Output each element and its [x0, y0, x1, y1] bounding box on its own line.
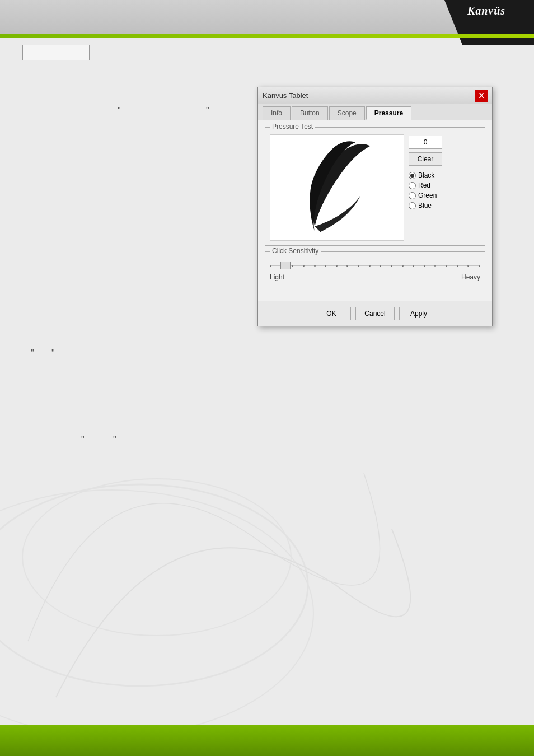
pressure-drawing-svg: [270, 135, 404, 240]
dialog-close-button[interactable]: X: [475, 90, 488, 102]
pressure-test-label: Pressure Test: [270, 123, 315, 130]
tab-scope[interactable]: Scope: [329, 106, 365, 120]
logo-text: Kanvüs: [467, 4, 505, 17]
green-accent-bar: [0, 34, 534, 38]
slider-label-heavy: Heavy: [461, 273, 480, 281]
label-box: [22, 45, 90, 60]
kanvus-tablet-dialog: Kanvus Tablet X Info Button Scope Pressu…: [257, 87, 493, 326]
green-bottom-bar: [0, 725, 534, 756]
apply-button[interactable]: Apply: [399, 307, 438, 320]
sensitivity-slider-container: Light Heavy: [270, 258, 480, 283]
tab-button[interactable]: Button: [292, 106, 328, 120]
slider-label-light: Light: [270, 273, 284, 281]
tab-info[interactable]: Info: [263, 106, 291, 120]
pressure-value-display: 0: [409, 136, 442, 149]
radio-circle-green: [409, 192, 416, 199]
radio-green[interactable]: Green: [409, 192, 437, 199]
click-sensitivity-label: Click Sensitivity: [270, 247, 321, 255]
pressure-test-canvas[interactable]: [270, 134, 404, 241]
pressure-content: 0 Clear Black Red Green: [270, 134, 480, 241]
color-radio-group: Black Red Green Blue: [409, 171, 437, 209]
radio-red[interactable]: Red: [409, 181, 437, 189]
quote-open-3: ": [81, 433, 85, 447]
radio-black[interactable]: Black: [409, 171, 437, 179]
dialog-footer: OK Cancel Apply: [258, 301, 492, 326]
dialog-titlebar: Kanvus Tablet X: [258, 87, 492, 104]
cancel-button[interactable]: Cancel: [355, 307, 395, 320]
dialog-title: Kanvus Tablet: [263, 91, 308, 100]
pressure-controls: 0 Clear Black Red Green: [409, 134, 442, 241]
quote-close-1: ": [206, 104, 209, 118]
radio-circle-blue: [409, 202, 416, 209]
sensitivity-slider-handle[interactable]: [280, 262, 291, 269]
slider-labels: Light Heavy: [270, 273, 480, 281]
radio-blue[interactable]: Blue: [409, 202, 437, 209]
dialog-tabs: Info Button Scope Pressure: [258, 104, 492, 120]
click-sensitivity-group: Click Sensitivity: [265, 251, 485, 288]
quote-open-1: ": [118, 104, 121, 118]
ok-button[interactable]: OK: [312, 307, 351, 320]
tab-pressure[interactable]: Pressure: [366, 106, 411, 120]
pressure-test-group: Pressure Test 0 Clear: [265, 127, 485, 246]
radio-circle-black: [409, 172, 416, 179]
slider-track: [270, 260, 480, 271]
slider-dots: [270, 262, 480, 269]
radio-circle-red: [409, 182, 416, 189]
clear-button[interactable]: Clear: [409, 152, 442, 166]
slider-line: [270, 265, 480, 266]
quote-close-2: ": [51, 346, 55, 361]
quote-close-3: ": [113, 433, 116, 447]
header-bar: Kanvüs: [0, 0, 534, 34]
dialog-body: Pressure Test 0 Clear: [258, 120, 492, 301]
quote-open-2: ": [31, 346, 34, 361]
